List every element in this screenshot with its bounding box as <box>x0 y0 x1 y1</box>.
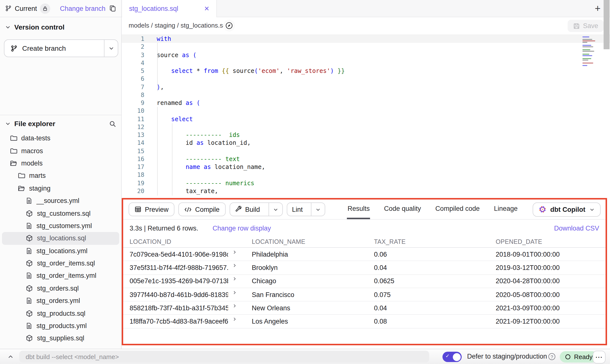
file-label: macros <box>21 147 43 154</box>
panel-tab-code-quality[interactable]: Code quality <box>384 199 422 219</box>
compile-button[interactable]: Compile <box>178 202 225 216</box>
folder-icon <box>18 172 25 180</box>
file-tree-item-stg-locations-yml[interactable]: stg_locations.yml <box>2 245 119 257</box>
query-status-text: 3.3s | Returned 6 rows. <box>130 224 198 232</box>
cube-icon <box>26 210 33 217</box>
change-row-display-link[interactable]: Change row display <box>213 224 271 232</box>
lint-dropdown[interactable] <box>311 203 325 216</box>
panel-tab-results[interactable]: Results <box>347 199 370 219</box>
copy-icon[interactable] <box>109 5 116 12</box>
file-tree-item-macros[interactable]: macros <box>2 145 119 157</box>
indent-guide <box>172 123 172 196</box>
file-tree-item-stg-order-items-sql[interactable]: stg_order_items.sql <box>2 257 119 270</box>
minimap[interactable] <box>582 36 602 72</box>
file-explorer-label: File explorer <box>14 120 55 128</box>
code-line-13: 13 ---------- ids <box>122 131 610 139</box>
expand-row-chevron-icon[interactable] <box>232 303 237 308</box>
line-content: with <box>157 35 171 43</box>
file-tree-item-stg-supplies-sql[interactable]: stg_supplies.sql <box>2 332 119 345</box>
download-csv-link[interactable]: Download CSV <box>554 224 599 232</box>
more-options-button[interactable]: ⋯ <box>593 351 606 364</box>
build-button[interactable]: Build <box>229 202 283 216</box>
file-tree-item-stg-orders-yml[interactable]: stg_orders.yml <box>2 295 119 307</box>
lint-button[interactable]: Lint <box>287 202 325 216</box>
preview-button[interactable]: Preview <box>129 202 174 216</box>
column-header-opened_date: OPENED_DATE <box>496 238 606 245</box>
cell-tax-rate: 0.06 <box>374 250 496 258</box>
lint-main[interactable]: Lint <box>287 203 308 216</box>
change-branch-link[interactable]: Change branch <box>60 5 105 12</box>
panel-tab-compiled-code[interactable]: Compiled code <box>435 199 480 219</box>
file-tree-item-stg-customers-yml[interactable]: stg_customers.yml <box>2 219 119 232</box>
file-tree-item-stg-products-sql[interactable]: stg_products.sql <box>2 307 119 320</box>
line-content: ---------- numerics <box>157 179 254 187</box>
doc-icon <box>26 272 33 280</box>
line-number: 19 <box>122 179 144 187</box>
file-tree-item--sources-yml[interactable]: __sources.yml <box>2 195 119 207</box>
panel-tabs: ResultsCode qualityCompiled codeLineage <box>347 199 518 219</box>
breadcrumb: models / staging / stg_locations.sql <box>129 22 228 29</box>
file-explorer-section-header[interactable]: File explorer <box>5 120 116 128</box>
file-tree-item-models[interactable]: models <box>2 157 119 170</box>
current-branch[interactable]: Current <box>5 3 50 14</box>
create-branch-main[interactable]: Create branch <box>4 40 104 57</box>
line-number: 13 <box>122 131 144 139</box>
defer-toggle[interactable]: ✓ <box>442 352 462 362</box>
doc-icon <box>26 247 33 254</box>
line-number: 5 <box>122 67 144 75</box>
dbt-copilot-button[interactable]: dbt Copilot <box>533 202 601 216</box>
dbt-copilot-logo-icon <box>539 205 546 213</box>
cell-location-id: 858218fb-73f7-4b1b-a31f-57b345... <box>130 304 252 312</box>
build-dropdown[interactable] <box>268 203 282 216</box>
file-tree-item-stg-customers-sql[interactable]: stg_customers.sql <box>2 207 119 220</box>
expand-row-chevron-icon[interactable] <box>232 276 237 281</box>
line-content: ---------- ids <box>157 131 240 139</box>
save-button[interactable]: Save <box>568 20 604 32</box>
cube-icon <box>26 310 33 317</box>
close-icon[interactable]: ✕ <box>204 5 209 12</box>
tab-stg-locations-sql[interactable]: stg_locations.sql ✕ <box>122 0 217 17</box>
lineage-compass-icon[interactable] <box>223 20 235 32</box>
new-tab-button[interactable]: + <box>591 2 604 15</box>
file-tree-item-stg-locations-sql[interactable]: stg_locations.sql <box>2 232 119 245</box>
table-row: 1f8ffa70-7cb5-4d83-8a7f-9aceef6...Los An… <box>123 315 606 329</box>
line-number: 4 <box>122 59 144 67</box>
dbt-command-input[interactable]: dbt build --select <model_name> <box>19 351 429 363</box>
version-control-section-header[interactable]: Version control <box>5 23 65 31</box>
cube-icon <box>26 235 33 242</box>
create-branch-dropdown[interactable] <box>104 40 118 57</box>
build-main[interactable]: Build <box>230 203 265 216</box>
create-branch-button[interactable]: Create branch <box>4 39 118 57</box>
column-header-tax_rate: TAX_RATE <box>374 238 496 245</box>
search-icon[interactable] <box>109 120 116 127</box>
file-tree-item-stg-order-items-yml[interactable]: stg_order_items.yml <box>2 270 119 282</box>
file-tree-item-data-tests[interactable]: data-tests <box>2 132 119 145</box>
expand-row-chevron-icon[interactable] <box>232 263 237 268</box>
panel-tab-lineage[interactable]: Lineage <box>493 199 518 219</box>
cell-location-id: 1f8ffa70-7cb5-4d83-8a7f-9aceef6... <box>130 318 252 325</box>
line-number: 11 <box>122 115 144 123</box>
cell-tax-rate: 0.075 <box>374 291 496 298</box>
build-label: Build <box>245 206 260 213</box>
expand-row-chevron-icon[interactable] <box>232 249 237 254</box>
file-tree-item-stg-orders-sql[interactable]: stg_orders.sql <box>2 282 119 295</box>
code-line-8: 8 <box>122 91 610 99</box>
line-content: renamed as ( <box>157 99 200 107</box>
help-icon[interactable]: ? <box>548 353 555 360</box>
cell-opened-date: 2018-09-01T00:00:00 <box>496 250 606 258</box>
file-label: stg_supplies.sql <box>37 335 84 342</box>
line-number: 15 <box>122 147 144 155</box>
line-number: 17 <box>122 163 144 171</box>
code-line-14: 14 id as location_id, <box>122 139 610 147</box>
file-tree-item-staging[interactable]: staging <box>2 182 119 195</box>
expand-row-chevron-icon[interactable] <box>232 317 237 322</box>
file-tree-item-stg-products-yml[interactable]: stg_products.yml <box>2 320 119 332</box>
code-line-3: 3source as ( <box>122 51 610 59</box>
code-line-7: 7), <box>122 83 610 91</box>
collapse-chevron-icon[interactable] <box>5 351 16 362</box>
file-tree-item-marts[interactable]: marts <box>2 169 119 182</box>
line-number: 9 <box>122 99 144 107</box>
editor-scrollbar[interactable] <box>604 0 610 49</box>
doc-icon <box>26 197 33 204</box>
expand-row-chevron-icon[interactable] <box>232 290 237 295</box>
